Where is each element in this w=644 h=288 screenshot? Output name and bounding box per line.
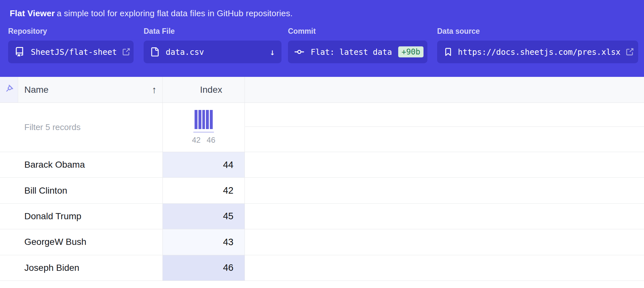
data-file-select[interactable]: data.csv ↓ (144, 41, 281, 63)
table-row: Barack Obama 44 (0, 152, 644, 178)
controls-bar: Repository SheetJS/flat-sheet Data File … (0, 27, 644, 63)
repo-book-icon (15, 47, 24, 57)
column-header-index[interactable]: Index (163, 77, 245, 102)
histogram-bars (195, 110, 212, 129)
table-row: Bill Clinton 42 (0, 178, 644, 203)
data-file-control: Data File data.csv ↓ (144, 27, 281, 63)
name-cell: Donald Trump (0, 204, 163, 229)
histogram-bar (210, 110, 213, 129)
column-header-name[interactable]: Name ↑ (18, 77, 163, 102)
app-subtitle: a simple tool for exploring flat data fi… (57, 8, 292, 18)
down-arrow-icon: ↓ (270, 47, 275, 57)
index-cell: 45 (163, 204, 245, 229)
index-cell: 44 (163, 152, 245, 177)
bookmark-icon (444, 47, 453, 56)
file-icon (150, 47, 159, 56)
name-cell: Barack Obama (0, 152, 163, 177)
sticky-column-toggle[interactable] (0, 77, 18, 102)
git-commit-icon (294, 47, 304, 57)
histogram-bar (195, 110, 197, 129)
index-cell: 43 (163, 229, 245, 255)
app-header: Flat Viewera simple tool for exploring f… (0, 0, 644, 77)
histogram-bar (202, 110, 205, 129)
commit-control: Commit Flat: latest data +90b (288, 27, 427, 63)
filter-row-divider (245, 126, 644, 127)
data-source-value: https://docs.sheetjs.com/pres.xlsx (458, 47, 621, 57)
commit-value: Flat: latest data (311, 47, 392, 57)
table-row: Donald Trump 45 (0, 204, 644, 229)
histogram-min-label: 42 (192, 136, 201, 145)
filter-row: 42 46 (0, 103, 644, 152)
data-source-control: Data source https://docs.sheetjs.com/pre… (437, 27, 638, 63)
data-file-value: data.csv (166, 47, 204, 57)
external-link-icon[interactable] (625, 48, 634, 56)
name-cell: Joseph Biden (0, 255, 163, 281)
table-row: GeorgeW Bush 43 (0, 229, 644, 255)
name-cell: Bill Clinton (0, 178, 163, 203)
sort-ascending-icon: ↑ (152, 84, 157, 95)
repository-value: SheetJS/flat-sheet (31, 47, 117, 57)
data-source-label: Data source (437, 27, 638, 36)
column-header-name-label: Name (24, 85, 49, 95)
repository-button[interactable]: SheetJS/flat-sheet (8, 41, 134, 63)
histogram-axis (193, 132, 214, 133)
commit-diffstat-badge: +90b (398, 46, 423, 57)
table-row: Joseph Biden 46 (0, 255, 644, 281)
commit-select[interactable]: Flat: latest data +90b (288, 41, 427, 63)
histogram-bar (198, 110, 201, 129)
data-file-label: Data File (144, 27, 281, 36)
index-cell: 46 (163, 255, 245, 281)
data-source-link[interactable]: https://docs.sheetjs.com/pres.xlsx (437, 41, 638, 63)
table-header-row: Name ↑ Index (0, 77, 644, 103)
repository-label: Repository (8, 27, 134, 36)
pin-icon (3, 84, 15, 96)
app-title: Flat Viewer (10, 8, 55, 18)
index-cell: 42 (163, 178, 245, 203)
table-body: Barack Obama 44 Bill Clinton 42 Donald T… (0, 152, 644, 281)
filter-input[interactable] (24, 122, 151, 132)
histogram-range-labels: 42 46 (192, 136, 215, 145)
commit-label: Commit (288, 27, 427, 36)
name-filter-cell (0, 103, 163, 152)
external-link-icon[interactable] (122, 48, 130, 56)
index-histogram[interactable]: 42 46 (163, 103, 245, 152)
column-header-index-label: Index (200, 85, 222, 95)
name-cell: GeorgeW Bush (0, 229, 163, 255)
histogram-bar (206, 110, 209, 129)
repository-control: Repository SheetJS/flat-sheet (8, 27, 134, 63)
app-title-row: Flat Viewera simple tool for exploring f… (0, 0, 644, 18)
histogram-max-label: 46 (207, 136, 215, 145)
